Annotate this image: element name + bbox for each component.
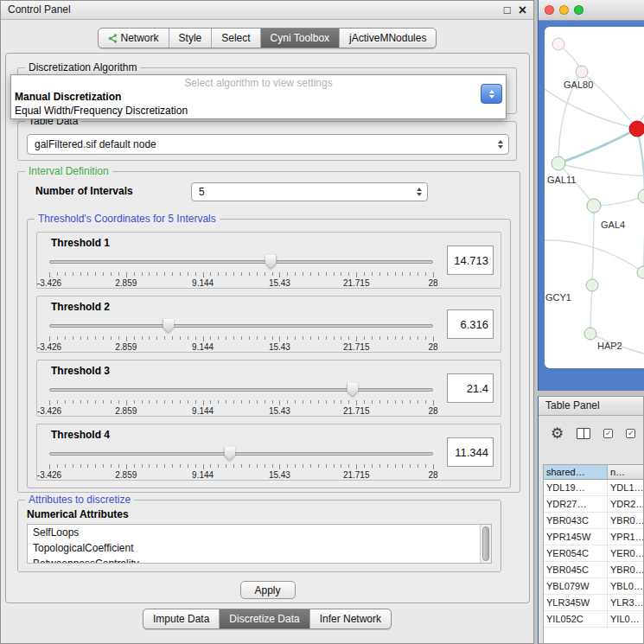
tab-cyni-toolbox[interactable]: Cyni Toolbox xyxy=(260,29,339,48)
threshold-slider[interactable]: -3.4262.8599.14415.4321.71528 xyxy=(49,445,433,480)
tick-mark xyxy=(372,400,373,404)
table-row[interactable]: YBR043CYBR0… xyxy=(544,513,644,529)
number-of-intervals-combobox[interactable]: 5 xyxy=(191,182,428,201)
network-node[interactable] xyxy=(552,38,564,50)
tab-select[interactable]: Select xyxy=(211,29,259,48)
table-cell[interactable]: YBL079W xyxy=(544,578,608,594)
tick-mark xyxy=(172,400,173,404)
arrow-down-icon xyxy=(489,95,494,99)
network-canvas[interactable]: GAL80GAL11GAL4GCY1HAP2 xyxy=(545,27,644,368)
attribute-list-item[interactable]: TopologicalCoefficient xyxy=(28,540,480,556)
threshold-value-field[interactable] xyxy=(447,309,494,339)
table-cell[interactable]: YER054C xyxy=(544,545,608,561)
tick-mark xyxy=(387,464,388,468)
table-column-header[interactable]: shared… xyxy=(544,465,608,479)
tick-mark xyxy=(142,272,143,276)
threshold-value-field[interactable] xyxy=(447,373,494,403)
slider-track[interactable] xyxy=(49,260,433,264)
gear-icon[interactable]: ⚙ xyxy=(551,426,564,441)
table-cell[interactable]: YDR27… xyxy=(544,496,608,512)
table-cell[interactable]: YPR1… xyxy=(608,529,644,545)
table-row[interactable]: YLR345WYLR3… xyxy=(544,595,644,611)
table-cell[interactable]: YER0… xyxy=(608,545,644,561)
checkbox-icon[interactable]: ✓ xyxy=(626,429,635,438)
tab-discretize-data[interactable]: Discretize Data xyxy=(219,609,309,628)
table-row[interactable]: YBR045CYBR0… xyxy=(544,562,644,578)
network-node[interactable] xyxy=(586,279,598,291)
table-cell[interactable]: YDL1… xyxy=(608,480,644,495)
table-row[interactable]: YDL19…YDL1… xyxy=(544,480,644,496)
table-row[interactable]: YER054CYER0… xyxy=(544,545,644,562)
table-cell[interactable]: YLR345W xyxy=(544,595,608,610)
float-window-icon[interactable]: □ xyxy=(504,4,511,16)
tab-infer-network[interactable]: Infer Network xyxy=(309,609,391,628)
thresholds-group: Threshold's Coordinates for 5 Intervals … xyxy=(27,219,511,488)
slider-handle[interactable] xyxy=(163,319,174,333)
table-cell[interactable]: YBR0… xyxy=(608,562,644,577)
tab-style[interactable]: Style xyxy=(169,29,212,48)
threshold-slider[interactable]: -3.4262.8599.14415.4321.71528 xyxy=(49,381,433,416)
slider-track[interactable] xyxy=(49,388,433,392)
table-row[interactable]: YDR27…YDR2… xyxy=(544,496,644,513)
table-cell[interactable]: YDL19… xyxy=(544,480,608,495)
threshold-slider[interactable]: -3.4262.8599.14415.4321.71528 xyxy=(49,317,433,352)
close-icon[interactable]: × xyxy=(519,3,526,17)
slider-handle[interactable] xyxy=(347,383,358,397)
network-node[interactable] xyxy=(587,199,601,213)
bottom-tabs-row: Impute DataDiscretize DataInfer Network xyxy=(1,609,533,629)
table-data-combobox[interactable]: galFiltered.sif default node xyxy=(27,134,509,155)
table-column-header[interactable]: n… xyxy=(608,465,644,479)
threshold-slider[interactable]: -3.4262.8599.14415.4321.71528 xyxy=(49,253,433,288)
list-scrollbar[interactable] xyxy=(480,525,491,563)
table-cell[interactable]: YLR3… xyxy=(608,595,644,610)
close-traffic-light[interactable] xyxy=(545,5,554,15)
network-node[interactable] xyxy=(638,189,644,203)
table-cell[interactable]: YDR2… xyxy=(608,496,644,512)
tab-network[interactable]: Network xyxy=(99,29,169,48)
attribute-list-item[interactable]: SelfLoops xyxy=(28,525,480,540)
algorithm-option-manual-discretization[interactable]: Manual Discretization xyxy=(11,90,506,104)
table-cell[interactable]: YBR0… xyxy=(608,513,644,528)
tab-jactivemnodules[interactable]: jActiveMNodules xyxy=(339,29,436,48)
checkbox-icon[interactable]: ✓ xyxy=(603,429,613,438)
network-node[interactable] xyxy=(552,156,565,170)
threshold-label: Threshold 1 xyxy=(51,237,110,249)
algorithm-option-equal-width-frequency-discretization[interactable]: Equal Width/Frequency Discretization xyxy=(11,104,506,118)
slider-handle[interactable] xyxy=(224,447,235,461)
tick-label: 21.715 xyxy=(343,342,370,352)
network-node[interactable] xyxy=(629,121,644,137)
combobox-arrows-icon[interactable] xyxy=(481,84,502,104)
network-node[interactable] xyxy=(584,328,596,340)
minimize-traffic-light[interactable] xyxy=(559,5,569,15)
network-node[interactable] xyxy=(576,66,588,78)
apply-button[interactable]: Apply xyxy=(240,581,296,599)
tick-mark xyxy=(65,272,66,276)
slider-handle[interactable] xyxy=(265,255,277,269)
scrollbar-thumb[interactable] xyxy=(482,526,489,561)
table-cell[interactable]: YIL0… xyxy=(608,611,644,627)
tab-label: Cyni Toolbox xyxy=(271,32,329,44)
zoom-traffic-light[interactable] xyxy=(574,5,583,15)
slider-track[interactable] xyxy=(49,324,433,328)
table-cell[interactable]: YBL0… xyxy=(608,578,644,594)
slider-track[interactable] xyxy=(49,452,433,456)
threshold-value-field[interactable] xyxy=(447,437,494,467)
table-row[interactable]: YPR145WYPR1… xyxy=(544,529,644,545)
table-cell[interactable]: YPR145W xyxy=(544,529,608,545)
tab-impute-data[interactable]: Impute Data xyxy=(143,609,219,628)
network-node-label: GAL4 xyxy=(601,220,625,230)
tick-mark xyxy=(279,400,280,405)
tick-mark xyxy=(126,336,127,341)
numerical-attributes-list: SelfLoopsTopologicalCoefficientBetweenne… xyxy=(27,524,492,564)
table-cell[interactable]: YBR045C xyxy=(544,562,608,577)
attribute-list-item[interactable]: BetweennessCentrality xyxy=(28,556,480,564)
tick-mark xyxy=(379,400,380,404)
threshold-value-field[interactable] xyxy=(447,245,494,275)
table-cell[interactable]: YIL052C xyxy=(544,611,608,627)
table-row[interactable]: YIL052CYIL0… xyxy=(544,611,644,628)
threshold-panel-2: Threshold 2-3.4262.8599.14415.4321.71528 xyxy=(36,296,501,353)
table-cell[interactable]: YBR043C xyxy=(544,513,608,528)
tick-mark xyxy=(57,336,58,340)
table-row[interactable]: YBL079WYBL0… xyxy=(544,578,644,595)
columns-icon[interactable] xyxy=(577,428,590,439)
